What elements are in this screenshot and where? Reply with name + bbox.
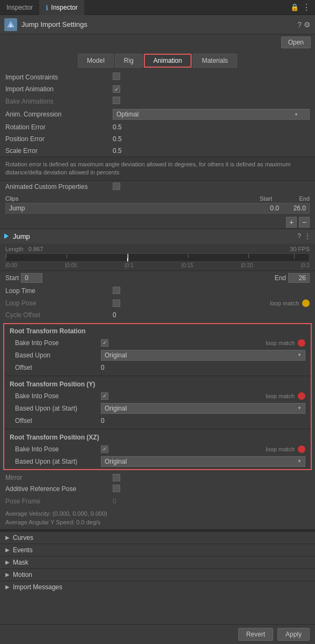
import-animation-checkbox[interactable] <box>113 85 120 93</box>
position-error-value: 0.5 <box>113 135 310 143</box>
root-position-xz-title: Root Transform Position (XZ) <box>4 431 311 443</box>
additive-row: Additive Reference Pose <box>0 483 315 495</box>
events-label: Events <box>13 546 33 554</box>
rotation-error-label: Rotation Error <box>5 123 113 131</box>
tab-materials[interactable]: Materials <box>193 54 237 68</box>
root-position-y-bake-checkbox[interactable] <box>101 392 108 400</box>
import-constraints-checkbox[interactable] <box>113 72 120 80</box>
root-rotation-based-label: Based Upon <box>15 352 101 359</box>
motion-section[interactable]: ▶ Motion <box>0 568 315 581</box>
tab-model[interactable]: Model <box>78 54 114 68</box>
tl-label-4: |0:20 <box>241 262 253 268</box>
tab-inspector-1[interactable]: Inspector <box>0 0 39 15</box>
root-position-xz-loop-match: loop match <box>266 446 295 452</box>
tl-label-5: |0:2 <box>301 262 310 268</box>
clips-row[interactable]: Jump 0.0 26.0 <box>5 203 310 214</box>
tl-label-3: |0:15 <box>181 262 193 268</box>
mirror-checkbox[interactable] <box>113 474 120 481</box>
additive-checkbox[interactable] <box>113 485 120 492</box>
revert-button[interactable]: Revert <box>238 628 273 641</box>
timeline-track[interactable] <box>5 253 310 262</box>
root-position-y-loop-dot <box>298 392 305 400</box>
anim-compression-label: Anim. Compression <box>5 111 113 118</box>
tick-2 <box>127 254 128 258</box>
info-icon: ℹ <box>46 4 48 12</box>
root-rotation-bake-value: loop match <box>101 339 305 347</box>
tab-inspector-1-label: Inspector <box>6 4 33 11</box>
root-position-xz-loop-dot <box>298 445 305 453</box>
start-input[interactable]: 0 <box>21 273 42 283</box>
avg-velocity-section: Average Velocity: (0.000, 0.000, 0.000) … <box>0 507 315 529</box>
bake-animations-label: Bake Animations <box>5 98 113 105</box>
root-position-y-subsection: Root Transform Position (Y) Bake Into Po… <box>4 377 311 428</box>
tab-inspector-2-label: Inspector <box>51 4 77 11</box>
bake-animations-row: Bake Animations <box>0 95 315 107</box>
root-rotation-offset-value: 0 <box>101 364 305 371</box>
anim-compression-row: Anim. Compression Optimal <box>0 107 315 121</box>
root-position-xz-based-row: Based Upon (at Start) Original <box>4 455 311 468</box>
clips-add-button[interactable]: + <box>286 217 297 228</box>
root-rotation-bake-row: Bake Into Pose loop match <box>4 337 311 349</box>
root-rotation-based-row: Based Upon Original <box>4 349 311 362</box>
root-position-xz-bake-checkbox[interactable] <box>101 445 108 453</box>
motion-arrow: ▶ <box>5 572 10 577</box>
sep-2 <box>4 429 311 429</box>
tab-rig[interactable]: Rig <box>115 54 143 68</box>
root-position-y-based-dropdown[interactable]: Original <box>101 403 305 414</box>
additive-value <box>113 485 310 494</box>
nav-tabs: Model Rig Animation Materials <box>0 50 315 71</box>
root-position-y-offset-label: Offset <box>15 417 101 425</box>
header-actions: ? ⚙ <box>297 20 311 29</box>
start-end-row: Start 0 End 26 <box>0 271 315 285</box>
import-messages-label: Import Messages <box>13 583 62 591</box>
clips-row-end: 26.0 <box>279 204 306 212</box>
animated-custom-checkbox[interactable] <box>113 182 120 190</box>
animated-custom-value <box>113 182 310 192</box>
sep-1 <box>4 376 311 376</box>
root-position-xz-based-dropdown[interactable]: Original <box>101 456 305 467</box>
question-icon[interactable]: ? <box>297 20 302 29</box>
curves-arrow: ▶ <box>5 535 10 540</box>
lock-icon[interactable]: 🔒 <box>290 3 299 11</box>
tick-3 <box>188 254 188 258</box>
tab-inspector-2[interactable]: ℹ Inspector <box>39 0 84 15</box>
loop-time-checkbox[interactable] <box>113 287 120 294</box>
pose-frame-label: Pose Frame <box>5 497 113 505</box>
root-position-y-bake-row: Bake Into Pose loop match <box>4 390 311 402</box>
open-button[interactable]: Open <box>281 36 311 48</box>
curves-label: Curves <box>13 534 33 541</box>
bake-animations-checkbox[interactable] <box>113 97 120 104</box>
more-icon[interactable]: ⋮ <box>302 2 311 12</box>
loop-pose-checkbox[interactable] <box>113 299 120 307</box>
root-rotation-based-value: Original <box>101 350 305 361</box>
root-position-y-bake-label: Bake Into Pose <box>15 392 101 400</box>
root-rotation-based-dropdown[interactable]: Original <box>101 350 305 361</box>
timeline-section: Length 0.867 30 FPS |0:00 |0:05 |0:1 |0:… <box>0 244 315 271</box>
root-rotation-bake-checkbox[interactable] <box>101 339 108 347</box>
import-messages-section[interactable]: ▶ Import Messages <box>0 581 315 593</box>
clips-buttons: + − <box>0 216 315 229</box>
anim-compression-dropdown[interactable]: Optimal <box>113 109 310 120</box>
end-input[interactable]: 26 <box>288 273 310 283</box>
jump-help-icon[interactable]: ? <box>297 232 301 240</box>
tab-animation[interactable]: Animation <box>144 54 192 68</box>
events-section[interactable]: ▶ Events <box>0 544 315 556</box>
settings-icon[interactable]: ⚙ <box>304 20 311 29</box>
mask-section[interactable]: ▶ Mask <box>0 556 315 568</box>
root-position-y-based-label: Based Upon (at Start) <box>15 405 101 412</box>
curves-section[interactable]: ▶ Curves <box>0 531 315 544</box>
bottom-bar: Revert Apply <box>0 624 315 644</box>
position-error-label: Position Error <box>5 135 113 143</box>
properties-section: Import Constraints Import Animation Bake… <box>0 71 315 229</box>
scale-error-value: 0.5 <box>113 147 310 155</box>
apply-button[interactable]: Apply <box>277 628 310 641</box>
mask-arrow: ▶ <box>5 559 10 565</box>
tick-1 <box>67 254 67 258</box>
import-animation-label: Import Animation <box>5 85 113 93</box>
jump-more-icon[interactable]: ⋮ <box>304 232 311 240</box>
clips-columns: Clips Start End <box>5 195 310 202</box>
timeline-labels: |0:00 |0:05 |0:1 |0:15 |0:20 |0:2 <box>5 262 310 268</box>
clips-remove-button[interactable]: − <box>299 217 310 228</box>
tick-4 <box>248 254 249 258</box>
clips-title: Clips <box>5 195 235 202</box>
